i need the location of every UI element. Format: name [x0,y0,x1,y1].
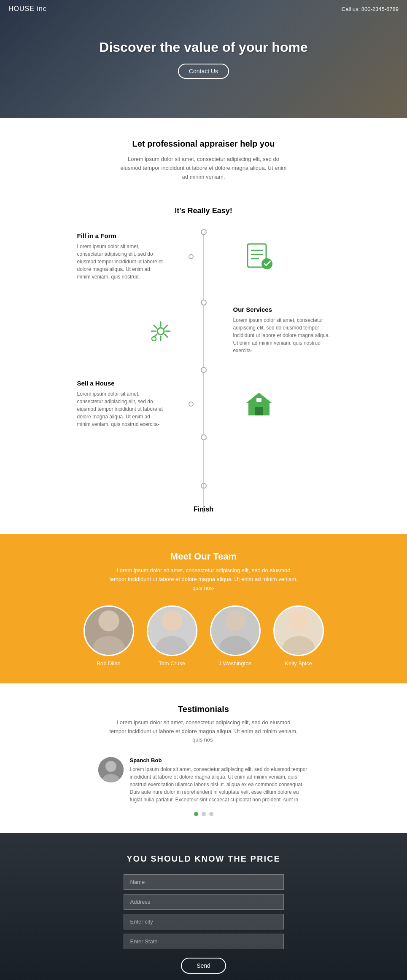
hero-content: Discover the value of your home Contact … [99,40,307,79]
step-2-icon [77,316,191,345]
dot-1[interactable] [194,812,198,816]
svg-point-4 [261,258,272,269]
testimonial-dots [8,812,399,816]
step-1-title: Fill in a Form [77,232,163,239]
testimonials-section: Testimonials Lorem ipsum dolor sit amet,… [0,683,407,833]
city-input[interactable] [124,914,284,929]
team-members-list: Bob Dilan Tom Cruse J Washington [8,605,399,667]
team-member-4: Kelly Spice [273,605,324,667]
testimonial-avatar [98,757,124,782]
step-3-icon [227,389,330,419]
testimonial-name: Spanch Bob [130,757,309,763]
timeline: Fill in a Form Lorem ipsum dolor sit ame… [77,232,330,513]
team-member-3: J Washington [210,605,261,667]
svg-rect-9 [256,398,261,402]
form-icon [244,242,274,271]
house-icon [244,389,274,419]
step-3-body: Lorem ipsum dolor sit amet, consectetur … [77,390,163,428]
state-input[interactable] [124,934,284,949]
testimonial-content: Spanch Bob Lorem ipsum dolor sit amet, c… [130,757,309,803]
cta-form: Send [124,874,284,974]
timeline-step-3: Sell a House Lorem ipsum dolor sit amet,… [77,380,330,428]
step-1-icon [227,242,330,271]
member-1-name: Bob Dilan [97,660,120,667]
professional-section: Let professional appraiser help you Lore… [0,118,407,194]
avatar-kelly-img [275,605,323,655]
hero-section: HOUSE inc Call us: 800-2345-6789 Discove… [0,0,407,118]
step-2-text: Our Services Lorem ipsum dolor sit amet,… [216,306,330,354]
easy-heading: It's Really Easy! [8,206,399,215]
timeline-dot-3 [201,367,207,373]
team-heading: Meet Our Team [8,551,399,562]
professional-heading: Let professional appraiser help you [8,139,399,149]
testimonial-item: Spanch Bob Lorem ipsum dolor sit amet, c… [98,757,309,803]
logo-text: HOUSE [8,5,35,12]
svg-point-5 [157,328,164,335]
team-member-2: Tom Cruse [147,605,197,667]
dot-2[interactable] [202,812,206,816]
avatar-bob-img [85,605,133,655]
svg-point-17 [225,610,245,631]
step-2-body: Lorem ipsum dolor sit amet, consectetur … [233,316,330,354]
avatar-bob [84,605,134,656]
avatar-kelly [273,605,324,656]
step-3-text: Sell a House Lorem ipsum dolor sit amet,… [77,380,180,428]
timeline-dot-top [201,229,207,235]
timeline-dot-2 [201,300,207,305]
phone-display: Call us: 800-2345-6789 [342,6,399,12]
hero-nav: HOUSE inc Call us: 800-2345-6789 [0,0,407,18]
svg-point-11 [98,610,119,631]
cta-section: YOU SHOULD KNOW THE PRICE Send [0,833,407,980]
contact-us-button[interactable]: Contact Us [178,64,229,79]
member-2-name: Tom Cruse [159,660,185,667]
step-2-title: Our Services [233,306,330,313]
testimonial-text: Lorem ipsum dolor sit amet, consectetur … [130,766,309,803]
testimonials-body: Lorem ipsum dolor sit amet, consectetur … [109,718,299,744]
member-3-name: J Washington [218,660,251,667]
timeline-step-1: Fill in a Form Lorem ipsum dolor sit ame… [77,232,330,281]
send-button[interactable]: Send [181,958,226,974]
avatar-washington-img [211,605,259,655]
step-1-body: Lorem ipsum dolor sit amet, consectetur … [77,243,163,281]
name-input[interactable] [124,874,284,890]
step-3-title: Sell a House [77,380,163,387]
svg-point-20 [288,610,309,631]
step-1-text: Fill in a Form Lorem ipsum dolor sit ame… [77,232,180,281]
hero-title: Discover the value of your home [99,40,307,55]
team-member-1: Bob Dilan [84,605,134,667]
team-section: Meet Our Team Lorem ipsum dolor sit amet… [0,534,407,683]
easy-section: It's Really Easy! Fill in a Form Lorem i… [0,194,407,534]
team-body: Lorem ipsum dolor sit amet, consectetur … [109,566,299,592]
logo-suffix: inc [35,5,47,12]
member-4-name: Kelly Spice [285,660,312,667]
testimonials-heading: Testimonials [8,704,399,714]
svg-rect-8 [255,407,263,415]
svg-point-14 [162,610,182,631]
gear-icon [140,316,174,345]
timeline-dot-4 [201,434,207,440]
timeline-step-2: Our Services Lorem ipsum dolor sit amet,… [77,306,330,354]
avatar-tom [147,605,197,656]
testimonial-avatar-img [98,757,124,782]
svg-point-23 [105,761,116,772]
avatar-washington [210,605,261,656]
cta-heading: YOU SHOULD KNOW THE PRICE [8,854,399,864]
dot-3[interactable] [209,812,213,816]
address-input[interactable] [124,894,284,910]
site-logo: HOUSE inc [8,5,47,13]
avatar-tom-img [148,605,196,655]
professional-body: Lorem ipsum dolor sit amet, consectetur … [119,155,288,181]
